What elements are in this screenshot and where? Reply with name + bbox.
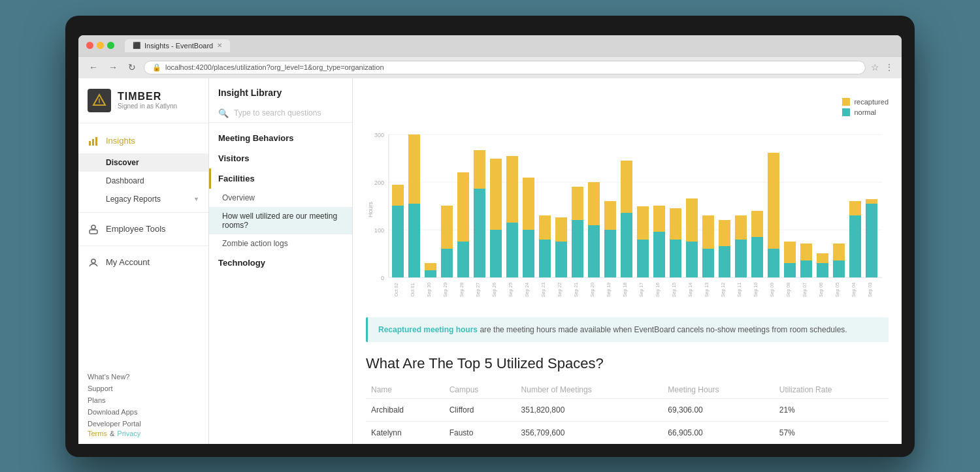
- svg-text:Sep 21: Sep 21: [574, 282, 579, 296]
- sidebar-item-employee-tools[interactable]: Employee Tools: [78, 217, 208, 242]
- table-header-row: Name Campus Number of Meetings Meeting H…: [366, 381, 889, 399]
- utilization-table: Name Campus Number of Meetings Meeting H…: [366, 381, 889, 444]
- sidebar-nav: Insights Discover Dashboard Legacy Repor…: [78, 123, 208, 364]
- footer-separator: &: [110, 430, 114, 437]
- my-account-icon: [88, 257, 99, 268]
- svg-text:Oct 02: Oct 02: [394, 283, 399, 296]
- svg-rect-73: [686, 198, 698, 242]
- svg-rect-43: [523, 178, 534, 230]
- chart-section: recaptured normal: [366, 98, 889, 311]
- table-section-title: What Are The Top 5 Utilized Spaces?: [366, 355, 889, 372]
- svg-rect-103: [849, 201, 861, 215]
- developer-portal-link[interactable]: Developer Portal: [88, 418, 199, 430]
- library-sub-overview[interactable]: Overview: [209, 189, 352, 207]
- svg-rect-81: [735, 240, 747, 277]
- svg-text:Sep 20: Sep 20: [590, 282, 595, 296]
- row1-rate: 21%: [774, 398, 889, 421]
- library-title: Insight Library: [209, 87, 352, 104]
- svg-text:Sep 03: Sep 03: [868, 282, 873, 296]
- traffic-lights: [86, 42, 114, 49]
- sidebar-sub-dashboard[interactable]: Dashboard: [78, 172, 208, 190]
- table-row: Katelynn Fausto 356,709,600 66,905.00 57…: [366, 421, 889, 444]
- tab-icon: ⬛: [133, 42, 140, 49]
- row1-hours: 69,306.00: [662, 398, 774, 421]
- svg-text:Sep 08: Sep 08: [786, 282, 791, 296]
- svg-rect-24: [425, 270, 436, 277]
- info-box: Recaptured meeting hours are the meeting…: [366, 317, 889, 342]
- back-button[interactable]: ←: [86, 61, 101, 74]
- svg-rect-25: [425, 263, 436, 270]
- library-category-meeting-behaviors[interactable]: Meeting Behaviors: [209, 128, 352, 148]
- sidebar-item-my-account[interactable]: My Account: [78, 250, 208, 275]
- svg-rect-94: [800, 244, 812, 260]
- plans-link[interactable]: Plans: [88, 394, 199, 406]
- svg-rect-18: [392, 206, 404, 277]
- maximize-traffic-light[interactable]: [107, 42, 114, 49]
- bar-chart: 0 100 200 300 Hours: [366, 121, 889, 298]
- browser-content: TIMBER Signed in as Katlynn: [78, 78, 902, 444]
- bookmark-icon[interactable]: ☆: [871, 62, 879, 72]
- library-sub-meeting-rooms[interactable]: How well utilized are our meeting rooms?: [209, 207, 352, 234]
- insight-library-panel: Insight Library 🔍 Type to search questio…: [209, 78, 353, 444]
- svg-rect-82: [735, 215, 747, 240]
- whats-new-link[interactable]: What's New?: [88, 371, 199, 383]
- privacy-link[interactable]: Privacy: [117, 430, 140, 437]
- browser-titlebar: ⬛ Insights - EventBoard ✕: [78, 35, 902, 56]
- library-category-facilities[interactable]: Facilities: [209, 168, 352, 189]
- svg-text:Sep 07: Sep 07: [802, 282, 808, 296]
- support-link[interactable]: Support: [88, 383, 199, 394]
- terms-link[interactable]: Terms: [88, 430, 107, 437]
- address-bar[interactable]: 🔒 localhost:4200/places/utilization?org_…: [144, 61, 866, 74]
- minimize-traffic-light[interactable]: [97, 42, 104, 49]
- sidebar-brand: TIMBER Signed in as Katlynn: [78, 78, 208, 123]
- svg-text:Sep 11: Sep 11: [737, 282, 742, 296]
- svg-text:0: 0: [381, 275, 384, 281]
- svg-rect-51: [572, 220, 583, 277]
- sidebar-sub-discover[interactable]: Discover: [78, 153, 208, 172]
- search-input[interactable]: Type to search questions: [234, 108, 343, 118]
- svg-rect-30: [457, 242, 469, 277]
- svg-rect-99: [833, 260, 845, 277]
- svg-rect-21: [408, 204, 420, 277]
- footer-links: Terms & Privacy: [88, 430, 199, 437]
- url-text: localhost:4200/places/utilization?org_le…: [165, 63, 384, 71]
- employee-tools-icon: [88, 223, 99, 235]
- tab-close-button[interactable]: ✕: [217, 42, 222, 49]
- svg-rect-49: [555, 217, 567, 242]
- library-category-visitors[interactable]: Visitors: [209, 148, 352, 168]
- active-tab[interactable]: ⬛ Insights - EventBoard ✕: [125, 39, 230, 52]
- sidebar-divider-1: [78, 212, 208, 213]
- svg-text:300: 300: [374, 132, 384, 138]
- svg-rect-28: [441, 206, 453, 249]
- svg-rect-39: [506, 223, 518, 277]
- svg-rect-40: [506, 156, 518, 223]
- svg-rect-93: [800, 260, 812, 277]
- menu-icon[interactable]: ⋮: [885, 62, 894, 72]
- row1-meetings: 351,820,800: [516, 398, 663, 421]
- download-apps-link[interactable]: Download Apps: [88, 406, 199, 418]
- tab-title: Insights - EventBoard: [144, 42, 213, 50]
- svg-text:Sep 25: Sep 25: [508, 282, 514, 296]
- sidebar-item-insights[interactable]: Insights: [78, 129, 208, 153]
- svg-rect-96: [817, 263, 828, 277]
- svg-rect-85: [751, 211, 763, 237]
- svg-rect-34: [474, 150, 485, 189]
- close-traffic-light[interactable]: [86, 42, 93, 49]
- svg-rect-64: [637, 206, 649, 240]
- brand-name: TIMBER: [118, 91, 177, 102]
- svg-text:Sep 10: Sep 10: [753, 282, 759, 296]
- employee-tools-label: Employee Tools: [106, 224, 166, 234]
- svg-rect-3: [92, 139, 94, 146]
- svg-text:Sep 12: Sep 12: [721, 282, 726, 296]
- svg-text:Sep 06: Sep 06: [819, 282, 824, 296]
- svg-rect-42: [523, 230, 534, 277]
- info-bold-text: Recaptured meeting hours: [378, 325, 478, 334]
- col-campus-header: Campus: [444, 381, 516, 399]
- browser-toolbar: ← → ↻ 🔒 localhost:4200/places/utilizatio…: [78, 56, 902, 78]
- refresh-button[interactable]: ↻: [125, 61, 139, 74]
- library-sub-zombie-logs[interactable]: Zombie action logs: [209, 234, 352, 253]
- svg-rect-52: [572, 187, 583, 220]
- forward-button[interactable]: →: [106, 61, 120, 74]
- library-category-technology[interactable]: Technology: [209, 253, 352, 273]
- sidebar-sub-legacy-reports[interactable]: Legacy Reports ▼: [78, 190, 208, 208]
